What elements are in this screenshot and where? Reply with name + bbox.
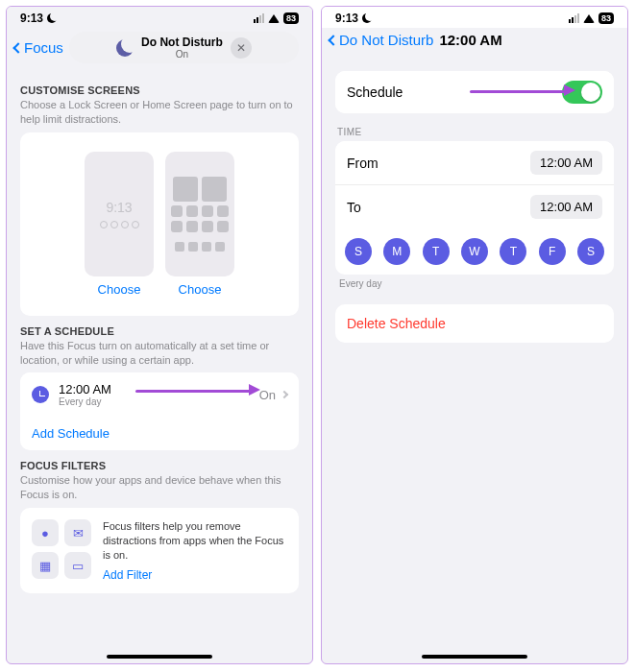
schedule-sub: Have this Focus turn on automatically at…	[20, 339, 299, 368]
annotation-arrow	[135, 390, 251, 393]
chevron-left-icon	[12, 42, 23, 53]
phone-right: 9:13 83 Do Not Disturb 12:00 AM Schedule…	[321, 6, 628, 664]
add-filter-button[interactable]: Add Filter	[103, 568, 287, 582]
nav-title: Do Not Disturb	[141, 36, 223, 49]
lock-preview-time: 9:13	[106, 200, 132, 215]
phone-left: 9:13 83 Focus Do Not Disturb On ✕ CUSTOM…	[6, 6, 313, 664]
annotation-arrowhead	[564, 84, 575, 96]
day-fri[interactable]: F	[539, 238, 566, 265]
from-time-value[interactable]: 12:00 AM	[530, 151, 602, 175]
nav-bar: Do Not Disturb 12:00 AM	[322, 28, 627, 54]
content-area: Schedule TIME From 12:00 AM To 12:00 AM …	[322, 54, 627, 663]
chevron-left-icon	[328, 35, 338, 45]
mail-icon: ✉	[64, 519, 91, 546]
back-label: Do Not Disturb	[339, 32, 433, 48]
nav-title: 12:00 AM	[439, 32, 501, 48]
back-label: Focus	[24, 39, 63, 56]
delete-schedule-button[interactable]: Delete Schedule	[335, 304, 614, 343]
day-tue[interactable]: T	[423, 238, 450, 265]
choose-home-button[interactable]: Choose	[165, 282, 234, 297]
filters-card: ● ✉ ▦ ▭ Focus filters help you remove di…	[20, 508, 299, 593]
annotation-arrowhead	[249, 384, 260, 396]
day-sun[interactable]: S	[345, 238, 372, 265]
delete-list: Delete Schedule	[335, 304, 614, 343]
to-row[interactable]: To 12:00 AM	[335, 184, 614, 228]
schedule-state: On	[259, 388, 276, 402]
day-mon[interactable]: M	[383, 238, 410, 265]
choose-lock-button[interactable]: Choose	[85, 282, 154, 297]
back-button[interactable]: Do Not Disturb	[330, 32, 433, 48]
cell-signal-icon	[569, 13, 579, 23]
nav-subtitle: On	[141, 49, 223, 60]
focus-moon-icon	[47, 13, 57, 23]
schedule-heading: SET A SCHEDULE	[20, 325, 299, 337]
home-indicator[interactable]	[107, 655, 212, 659]
wifi-icon	[583, 14, 595, 23]
calendar-icon: ▦	[32, 552, 59, 579]
schedule-row[interactable]: 12:00 AM Every day On	[20, 372, 299, 417]
status-time: 9:13	[20, 12, 43, 25]
cell-signal-icon	[254, 13, 264, 23]
focus-title-pill: Do Not Disturb On ✕	[69, 32, 299, 63]
status-bar: 9:13 83	[322, 7, 627, 28]
home-indicator[interactable]	[422, 655, 527, 659]
to-label: To	[347, 200, 530, 215]
battery-icon: ▭	[64, 552, 91, 579]
back-button[interactable]: Focus	[14, 39, 63, 56]
battery-level: 83	[598, 12, 614, 24]
close-button[interactable]: ✕	[231, 37, 252, 59]
add-schedule-button[interactable]: Add Schedule	[20, 417, 299, 450]
lock-screen-option[interactable]: 9:13 Choose	[85, 152, 154, 297]
customise-sub: Choose a Lock Screen or Home Screen page…	[20, 98, 299, 127]
messages-icon: ●	[32, 519, 59, 546]
time-list: From 12:00 AM To 12:00 AM S M T W T F S	[335, 141, 614, 275]
from-row[interactable]: From 12:00 AM	[335, 141, 614, 184]
day-wed[interactable]: W	[461, 238, 488, 265]
screens-card: 9:13 Choose Choose	[20, 132, 299, 316]
nav-bar: Focus Do Not Disturb On ✕	[7, 28, 312, 69]
close-icon: ✕	[236, 41, 246, 55]
filter-icons: ● ✉ ▦ ▭	[32, 519, 91, 582]
wifi-icon	[268, 14, 280, 23]
from-label: From	[347, 156, 530, 171]
schedule-switch-row: Schedule	[335, 71, 614, 113]
time-heading: TIME	[337, 127, 612, 137]
lock-screen-preview: 9:13	[85, 152, 154, 276]
schedule-repeat: Every day	[59, 396, 259, 407]
annotation-arrow	[470, 90, 566, 93]
customise-heading: CUSTOMISE SCREENS	[20, 84, 299, 96]
dnd-moon-icon	[116, 39, 134, 57]
content-area: CUSTOMISE SCREENS Choose a Lock Screen o…	[7, 69, 312, 663]
repeat-caption: Every day	[335, 275, 614, 289]
schedule-toggle-row: Schedule	[335, 71, 614, 113]
filters-sub: Customise how your apps and device behav…	[20, 473, 299, 502]
clock-icon	[32, 386, 49, 403]
status-time: 9:13	[335, 12, 358, 25]
days-row: S M T W T F S	[335, 228, 614, 275]
home-screen-option[interactable]: Choose	[165, 152, 234, 297]
lock-preview-widgets	[100, 221, 139, 228]
focus-moon-icon	[362, 13, 372, 23]
filters-desc: Focus filters help you remove distractio…	[103, 519, 287, 563]
filters-heading: FOCUS FILTERS	[20, 460, 299, 471]
day-thu[interactable]: T	[500, 238, 526, 265]
battery-level: 83	[283, 12, 299, 24]
to-time-value[interactable]: 12:00 AM	[530, 195, 602, 219]
home-screen-preview	[165, 152, 234, 276]
chevron-right-icon	[281, 391, 288, 398]
day-sat[interactable]: S	[577, 238, 604, 265]
schedule-list: 12:00 AM Every day On Add Schedule	[20, 372, 299, 450]
status-bar: 9:13 83	[7, 7, 312, 28]
